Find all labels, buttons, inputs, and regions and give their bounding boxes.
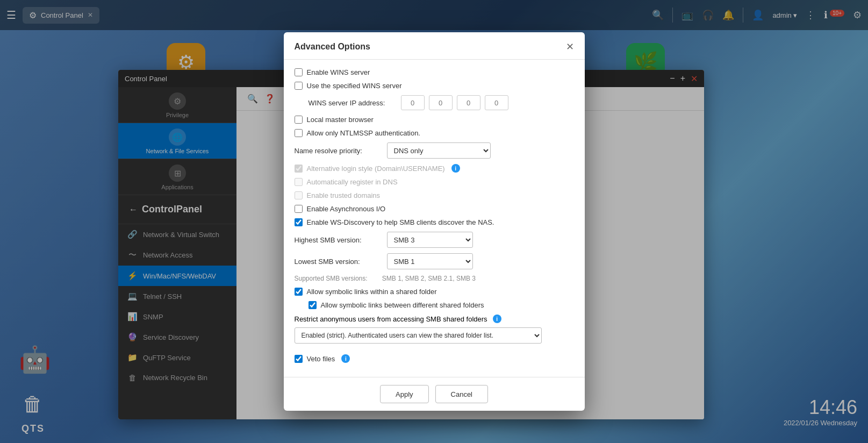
use-specified-wins-label[interactable]: Use the specified WINS server [307, 82, 402, 90]
highest-smb-label: Highest SMB version: [295, 236, 381, 244]
alternative-login-checkbox [295, 165, 303, 173]
lowest-smb-row: Lowest SMB version: SMB 1 SMB 2 SMB 2.1 … [295, 253, 574, 269]
supported-smb-label: Supported SMB versions: [295, 275, 381, 282]
use-specified-wins-row: Use the specified WINS server [295, 82, 574, 90]
supported-smb-value: SMB 1, SMB 2, SMB 2.1, SMB 3 [382, 275, 476, 282]
wins-ip-octet-2[interactable] [429, 95, 453, 110]
auto-register-dns-label: Automatically register in DNS [307, 178, 398, 186]
ws-discovery-label[interactable]: Enable WS-Discovery to help SMB clients … [307, 218, 494, 226]
allow-symlinks-between-checkbox[interactable] [309, 301, 317, 309]
name-resolve-label: Name resolve priority: [295, 147, 381, 155]
wins-ip-octet-3[interactable] [457, 95, 480, 110]
lowest-smb-select[interactable]: SMB 1 SMB 2 SMB 2.1 SMB 3 [387, 253, 473, 269]
modal-close-button[interactable]: ✕ [566, 42, 574, 52]
ws-discovery-checkbox[interactable] [295, 218, 303, 226]
apply-button[interactable]: Apply [380, 385, 429, 403]
allow-ntlmssp-label[interactable]: Allow only NTLMSSP authentication. [307, 129, 420, 137]
cancel-button[interactable]: Cancel [435, 385, 488, 403]
modal-overlay: Advanced Options ✕ Enable WINS server Us… [0, 0, 868, 443]
modal-header: Advanced Options ✕ [284, 32, 585, 60]
modal-footer: Apply Cancel [284, 377, 585, 411]
restrict-dropdown-container: Enabled (strict). Authenticated users ca… [295, 327, 574, 349]
wins-ip-octet-4[interactable] [485, 95, 508, 110]
async-io-row: Enable Asynchronous I/O [295, 205, 574, 213]
async-io-label[interactable]: Enable Asynchronous I/O [307, 205, 386, 213]
enable-wins-server-label[interactable]: Enable WINS server [307, 68, 370, 76]
allow-symlinks-label[interactable]: Allow symbolic links within a shared fol… [307, 288, 437, 296]
highest-smb-row: Highest SMB version: SMB 1 SMB 2 SMB 2.1… [295, 232, 574, 248]
auto-register-dns-row: Automatically register in DNS [295, 178, 574, 186]
veto-files-row: Veto files i [295, 354, 574, 363]
wins-ip-label: WINS server IP address: [309, 99, 394, 107]
modal-body: Enable WINS server Use the specified WIN… [284, 60, 585, 377]
veto-files-label[interactable]: Veto files [307, 355, 335, 363]
allow-symlinks-row: Allow symbolic links within a shared fol… [295, 288, 574, 296]
alternative-login-info-icon[interactable]: i [451, 164, 460, 173]
restrict-anonymous-label: Restrict anonymous users from accessing … [295, 315, 487, 323]
name-resolve-select[interactable]: DNS only WINS first, DNS second DNS firs… [387, 142, 491, 159]
highest-smb-select[interactable]: SMB 1 SMB 2 SMB 2.1 SMB 3 [387, 232, 473, 248]
use-specified-wins-checkbox[interactable] [295, 82, 303, 90]
enable-wins-server-checkbox[interactable] [295, 68, 303, 76]
async-io-checkbox[interactable] [295, 205, 303, 213]
advanced-options-modal: Advanced Options ✕ Enable WINS server Us… [284, 32, 585, 411]
allow-ntlmssp-checkbox[interactable] [295, 129, 303, 137]
auto-register-dns-checkbox [295, 178, 303, 186]
veto-files-info-icon[interactable]: i [341, 354, 350, 363]
local-master-browser-checkbox[interactable] [295, 116, 303, 124]
trusted-domains-row: Enable trusted domains [295, 191, 574, 199]
alternative-login-row: Alternative login style (Domain\USERNAME… [295, 164, 574, 173]
allow-ntlmssp-row: Allow only NTLMSSP authentication. [295, 129, 574, 137]
restrict-anonymous-row: Restrict anonymous users from accessing … [295, 315, 574, 323]
veto-files-checkbox[interactable] [295, 355, 303, 363]
wins-ip-row: WINS server IP address: [309, 95, 574, 110]
modal-title: Advanced Options [295, 42, 370, 52]
restrict-anonymous-select[interactable]: Enabled (strict). Authenticated users ca… [295, 327, 542, 344]
enable-wins-server-row: Enable WINS server [295, 68, 574, 76]
name-resolve-row: Name resolve priority: DNS only WINS fir… [295, 142, 574, 159]
allow-symlinks-between-label[interactable]: Allow symbolic links between different s… [321, 301, 484, 309]
supported-smb-row: Supported SMB versions: SMB 1, SMB 2, SM… [295, 275, 574, 282]
allow-symlinks-checkbox[interactable] [295, 288, 303, 296]
local-master-browser-label[interactable]: Local master browser [307, 116, 374, 124]
restrict-anonymous-info-icon[interactable]: i [493, 315, 501, 323]
wins-ip-inputs [401, 95, 508, 110]
trusted-domains-label: Enable trusted domains [307, 191, 381, 199]
wins-ip-octet-1[interactable] [401, 95, 425, 110]
local-master-browser-row: Local master browser [295, 116, 574, 124]
allow-symlinks-between-row: Allow symbolic links between different s… [309, 301, 574, 309]
trusted-domains-checkbox [295, 191, 303, 199]
alternative-login-label: Alternative login style (Domain\USERNAME… [307, 165, 445, 173]
lowest-smb-label: Lowest SMB version: [295, 258, 381, 266]
ws-discovery-row: Enable WS-Discovery to help SMB clients … [295, 218, 574, 226]
